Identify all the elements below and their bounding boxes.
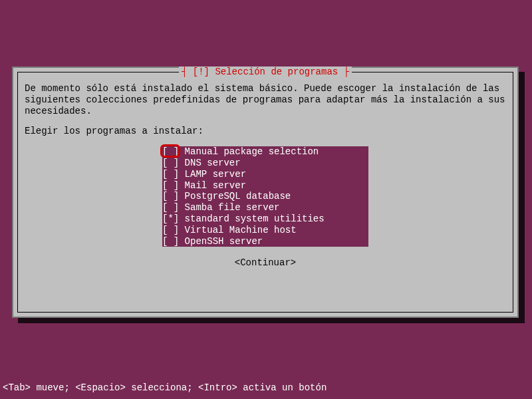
dialog-frame: ┤ [!] Selección de programas ├ De moment… (12, 66, 519, 318)
dialog-inner: ┤ [!] Selección de programas ├ De moment… (17, 72, 513, 313)
package-label: PostgreSQL database (179, 191, 324, 201)
package-checkbox[interactable]: [ ] (162, 191, 179, 202)
package-item[interactable]: [ ] Mail server (162, 180, 368, 192)
package-checkbox[interactable]: [ ] (162, 180, 179, 192)
package-label: Manual package selection (179, 146, 324, 157)
package-label: standard system utilities (179, 213, 324, 224)
prompt-text: Elegir los programas a instalar: (25, 126, 506, 137)
package-item[interactable]: [ ] Samba file server (162, 202, 368, 213)
package-checkbox[interactable]: [ ] (162, 202, 179, 213)
package-checkbox[interactable]: [ ] (162, 158, 179, 169)
package-checkbox[interactable]: [ ] (162, 146, 179, 158)
package-checkbox[interactable]: [ ] (162, 236, 179, 247)
title-bracket-right: ├ (338, 66, 349, 77)
dialog-title: ┤ [!] Selección de programas ├ (179, 66, 352, 78)
package-item[interactable]: [ ] Manual package selection (162, 146, 368, 158)
package-checkbox[interactable]: [ ] (162, 169, 179, 180)
package-label: DNS server (179, 158, 324, 168)
package-checkbox[interactable]: [ ] (162, 225, 179, 236)
package-item[interactable]: [ ] OpenSSH server (162, 236, 368, 247)
package-label: Virtual Machine host (179, 225, 324, 235)
package-item[interactable]: [ ] Virtual Machine host (162, 225, 368, 236)
continue-button[interactable]: <Continuar> (25, 257, 506, 269)
title-text: [!] Selección de programas (193, 66, 338, 77)
package-list: [ ] Manual package selection [ ] DNS ser… (162, 146, 368, 247)
package-label: OpenSSH server (179, 236, 324, 247)
package-item[interactable]: [ ] LAMP server (162, 169, 368, 180)
package-item[interactable]: [ ] DNS server (162, 158, 368, 169)
footer-hint: <Tab> mueve; <Espacio> selecciona; <Intr… (3, 382, 327, 394)
package-label: Mail server (179, 180, 324, 191)
intro-text: De momento sólo está instalado el sistem… (25, 83, 506, 116)
package-item[interactable]: [ ] PostgreSQL database (162, 191, 368, 202)
package-item[interactable]: [*] standard system utilities (162, 213, 368, 225)
package-checkbox[interactable]: [*] (162, 213, 179, 225)
highlight-annotation (160, 144, 180, 158)
package-label: Samba file server (179, 202, 324, 213)
package-label: LAMP server (179, 169, 324, 180)
title-bracket-left: ┤ (182, 66, 193, 77)
